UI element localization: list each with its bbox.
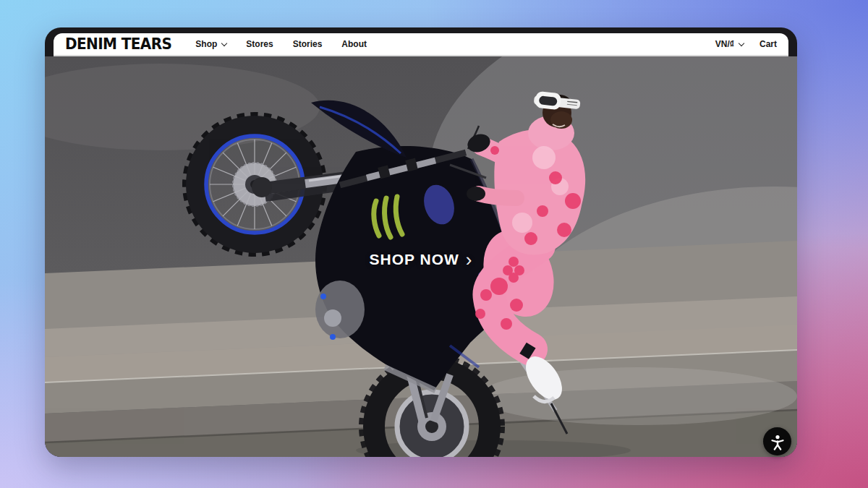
nav-item-stories[interactable]: Stories [293,39,323,49]
accessibility-widget-button[interactable] [763,427,791,455]
chevron-down-icon [739,40,744,46]
browser-window-mockup: DENIM TEARS Shop Stores Stories About VN… [45,27,797,457]
cart-button[interactable]: Cart [760,39,777,49]
chevron-down-icon [221,40,227,46]
nav-item-label: Stories [293,39,323,49]
nav-item-label: About [341,39,367,49]
currency-label: VN/₫ [715,39,734,49]
main-nav: Shop Stores Stories About [195,39,367,49]
nav-item-about[interactable]: About [341,39,367,49]
chevron-right-icon: › [466,249,473,270]
shop-now-cta[interactable]: SHOP NOW› [45,249,797,268]
site-header: DENIM TEARS Shop Stores Stories About VN… [54,33,788,56]
accessibility-person-icon [769,433,786,450]
header-right-group: VN/₫ Cart [715,39,777,49]
currency-selector[interactable]: VN/₫ [715,39,744,49]
nav-item-label: Shop [195,39,217,49]
hero-banner: SHOP NOW› [45,56,797,457]
cart-label: Cart [760,39,777,49]
shop-now-label: SHOP NOW [370,251,459,267]
nav-item-stores[interactable]: Stores [246,39,273,49]
nav-item-label: Stores [246,39,273,49]
logo-denim-tears[interactable]: DENIM TEARS [65,35,171,53]
nav-item-shop[interactable]: Shop [195,39,226,49]
